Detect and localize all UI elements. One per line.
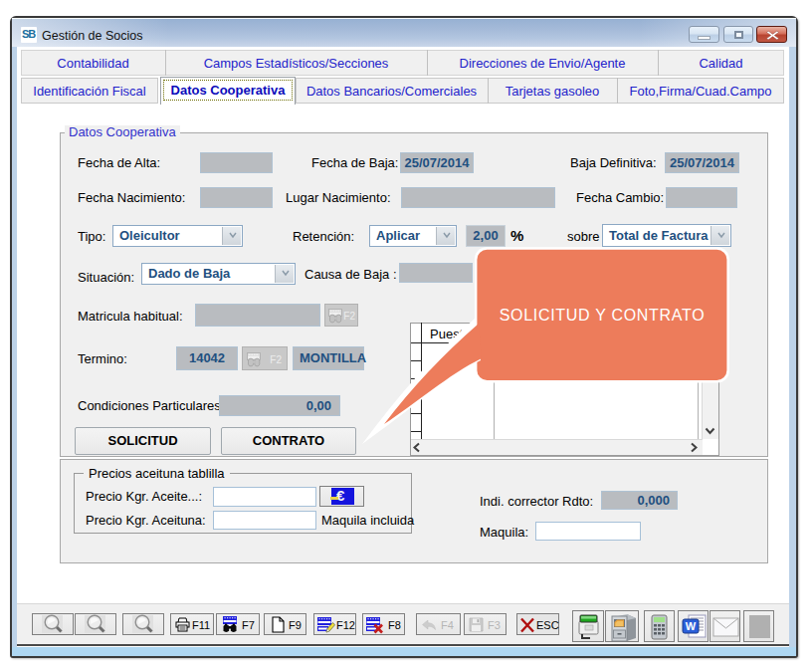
svg-text:SOLICITUD Y CONTRATO: SOLICITUD Y CONTRATO [500, 307, 706, 324]
svg-text:W: W [686, 620, 697, 632]
